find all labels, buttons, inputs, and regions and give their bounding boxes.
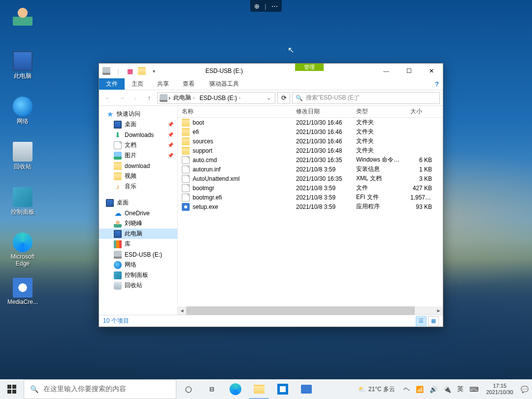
horizontal-scrollbar[interactable]: ◄ ► — [178, 306, 443, 315]
column-size[interactable]: 大小 — [406, 106, 442, 117]
nav-item-ESD-USB (E:)[interactable]: ESD-USB (E:) — [99, 249, 177, 260]
desktop-icon-控制面板[interactable]: 控制面板 — [4, 187, 41, 216]
nav-item-图片[interactable]: 图片📌 — [99, 150, 177, 161]
nav-item-桌面[interactable]: 桌面 — [99, 198, 177, 208]
lib-icon — [114, 240, 122, 248]
nav-item-视频[interactable]: 视频 — [99, 171, 177, 181]
tray-ime-mode[interactable]: 英 — [455, 379, 466, 399]
maximize-button[interactable]: ☐ — [398, 64, 420, 78]
nav-recent-icon[interactable]: ⌄ — [130, 92, 141, 104]
taskbar-clock[interactable]: 17:152021/10/30 — [482, 383, 517, 396]
screenshot-toolbar[interactable]: ⊕ | ⋯ — [250, 0, 282, 12]
tray-volume-icon[interactable]: 🔊 — [427, 379, 440, 399]
cortana-button[interactable]: ⊟ — [200, 379, 224, 399]
file-row[interactable]: efi2021/10/30 16:46文件夹 — [178, 127, 443, 136]
nav-forward-button[interactable]: → — [116, 92, 128, 104]
ribbon-context-label: 管理 — [295, 64, 324, 71]
column-date[interactable]: 修改日期 — [292, 106, 352, 117]
ribbon-tab-drivetools[interactable]: 驱动器工具 — [202, 78, 246, 90]
tray-network-icon[interactable]: 📶 — [413, 379, 426, 399]
nav-item-OneDrive[interactable]: ☁OneDrive — [99, 208, 177, 218]
nav-item-此电脑[interactable]: 此电脑 — [99, 229, 177, 239]
desktop-icon-此电脑[interactable]: 此电脑 — [4, 51, 41, 80]
qat-drive-icon[interactable] — [101, 66, 112, 76]
search-input[interactable]: 🔍 搜索"ESD-USB (E:)" — [292, 92, 440, 104]
status-count: 10 个项目 — [103, 317, 129, 325]
file-list[interactable]: boot2021/10/30 16:46文件夹efi2021/10/30 16:… — [178, 118, 443, 306]
start-button[interactable] — [0, 379, 24, 399]
view-icons-button[interactable]: ▦ — [428, 316, 439, 326]
file-icon — [114, 141, 122, 149]
qat-folder-icon[interactable] — [136, 66, 147, 76]
nav-item-网络[interactable]: 网络 — [99, 260, 177, 270]
taskbar-search-input[interactable]: 🔍 在这里输入你要搜索的内容 — [24, 379, 176, 399]
tray-overflow-icon[interactable]: ヘ — [401, 379, 412, 399]
desktop-icon-MediaCre...[interactable]: MediaCre... — [4, 278, 41, 305]
view-details-button[interactable]: ☰ — [416, 316, 427, 326]
ribbon-tab-home[interactable]: 主页 — [125, 78, 150, 90]
taskbar-store-icon[interactable] — [271, 379, 295, 399]
scroll-right-icon[interactable]: ► — [434, 308, 443, 313]
taskbar-app-icon[interactable] — [295, 379, 318, 399]
address-dropdown-icon[interactable]: ⌄ — [265, 95, 273, 101]
file-row[interactable]: auto.cmd2021/10/30 16:35Windows 命令脚本6 KB — [178, 155, 443, 165]
nav-item-刘晓峰[interactable]: 刘晓峰 — [99, 218, 177, 229]
tray-keyboard-icon[interactable]: ⌨ — [467, 379, 481, 399]
taskbar-weather[interactable]: ⛅ 21°C 多云 — [353, 385, 400, 394]
qat-properties-icon[interactable]: ▦ — [125, 66, 135, 76]
nav-item-快速访问[interactable]: ★快速访问 — [99, 109, 177, 119]
file-row[interactable]: setup.exe2021/10/8 3:59应用程序93 KB — [178, 202, 443, 211]
file-row[interactable]: support2021/10/30 16:48文件夹 — [178, 146, 443, 155]
close-button[interactable]: ✕ — [420, 64, 443, 78]
nav-pane[interactable]: ★快速访问桌面📌⬇Downloads📌文档📌图片📌download视频♪音乐桌面… — [99, 106, 178, 315]
desktop-icon-网络[interactable]: 网络 — [4, 97, 41, 126]
nav-back-button[interactable]: ← — [102, 92, 114, 104]
column-name[interactable]: 名称 — [178, 106, 292, 117]
help-button[interactable]: ? — [431, 78, 443, 90]
nav-item-download[interactable]: download — [99, 161, 177, 171]
ribbon-tab-file[interactable]: 文件 — [99, 78, 125, 90]
more-icon[interactable]: ⋯ — [271, 2, 278, 10]
breadcrumb-drive[interactable]: ESD-USB (E:)› — [198, 93, 242, 103]
ribbon-tab-share[interactable]: 共享 — [150, 78, 176, 90]
nav-up-button[interactable]: ↑ — [143, 92, 155, 104]
nav-item-文档[interactable]: 文档📌 — [99, 140, 177, 150]
taskbar-explorer-icon[interactable] — [247, 379, 271, 399]
task-view-button[interactable]: ◯ — [176, 379, 200, 399]
scroll-left-icon[interactable]: ◄ — [178, 308, 186, 313]
chevron-right-icon[interactable]: › — [168, 95, 170, 101]
breadcrumb-pc[interactable]: 此电脑› — [171, 93, 197, 103]
scroll-thumb[interactable] — [186, 306, 415, 315]
file-row[interactable]: bootmgr2021/10/8 3:59文件427 KB — [178, 183, 443, 193]
desktop-icon-回收站[interactable]: 回收站 — [4, 142, 41, 171]
nav-item-桌面[interactable]: 桌面📌 — [99, 119, 177, 130]
nav-item-控制面板[interactable]: 控制面板 — [99, 270, 177, 280]
folder-icon — [182, 137, 190, 145]
desktop[interactable]: 此电脑网络回收站控制面板Microsoft EdgeMediaCre... ⊕ … — [0, 0, 532, 399]
qat-sep: | — [113, 66, 124, 76]
titlebar[interactable]: | ▦ ▾ ESD-USB (E:) — ☐ ✕ — [99, 64, 443, 78]
desktop-icon-user[interactable] — [4, 6, 41, 27]
tray-power-icon[interactable]: 🔌 — [441, 379, 454, 399]
nav-item-Downloads[interactable]: ⬇Downloads📌 — [99, 130, 177, 140]
refresh-button[interactable]: ⟳ — [277, 92, 290, 104]
column-type[interactable]: 类型 — [352, 106, 406, 117]
action-center-icon[interactable]: 💬 — [518, 379, 531, 399]
file-row[interactable]: sources2021/10/30 16:46文件夹 — [178, 136, 443, 146]
monitor-icon — [114, 121, 122, 129]
qat-customize-icon[interactable]: ▾ — [148, 66, 159, 76]
file-row[interactable]: boot2021/10/30 16:46文件夹 — [178, 118, 443, 127]
taskbar-edge-icon[interactable] — [224, 379, 247, 399]
nav-item-库[interactable]: 库 — [99, 239, 177, 249]
file-row[interactable]: AutoUnattend.xml2021/10/30 16:35XML 文档3 … — [178, 174, 443, 183]
file-row[interactable]: bootmgr.efi2021/10/8 3:59EFI 文件1,957 KB — [178, 193, 443, 202]
desktop-icon-Microsoft Edge[interactable]: Microsoft Edge — [4, 233, 41, 267]
file-row[interactable]: autorun.inf2021/10/8 3:59安装信息1 KB — [178, 165, 443, 174]
zoom-icon[interactable]: ⊕ — [254, 2, 260, 10]
minimize-button[interactable]: — — [375, 64, 398, 78]
address-bar[interactable]: › 此电脑› ESD-USB (E:)› ⌄ — [157, 92, 275, 104]
file-icon — [182, 166, 190, 173]
nav-item-回收站[interactable]: 回收站 — [99, 280, 177, 291]
nav-item-音乐[interactable]: ♪音乐 — [99, 181, 177, 192]
ribbon-tab-view[interactable]: 查看 — [176, 78, 201, 90]
